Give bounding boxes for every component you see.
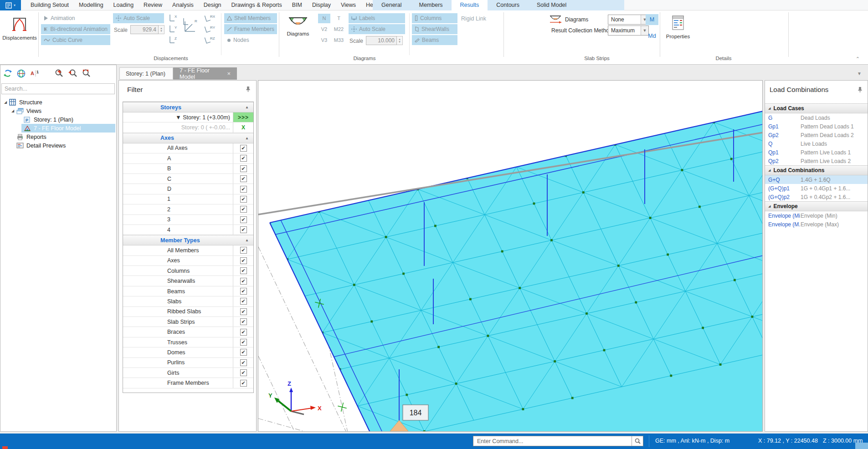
checkbox-slab-strips[interactable]: ✔ bbox=[240, 318, 247, 325]
checkbox-beams[interactable]: ✔ bbox=[240, 288, 247, 295]
search-input[interactable] bbox=[1, 83, 115, 94]
frame-members-button[interactable]: Frame Members bbox=[224, 24, 277, 34]
contextual-tab-solid-model[interactable]: Solid Model bbox=[528, 0, 575, 10]
zoom-window-icon[interactable] bbox=[54, 68, 64, 79]
diagram-toggle-t[interactable]: T bbox=[333, 14, 345, 23]
collapse-section-icon[interactable]: ▲ bbox=[245, 136, 249, 140]
axis-button-x[interactable]: X bbox=[168, 13, 180, 24]
contextual-tab-results[interactable]: Results bbox=[452, 0, 488, 10]
filter-row-c[interactable]: C✔ bbox=[123, 174, 253, 184]
menu-tab-modelling[interactable]: Modelling bbox=[74, 0, 108, 10]
collapse-section-icon[interactable]: ▲ bbox=[245, 105, 249, 109]
filter-row-1[interactable]: 1✔ bbox=[123, 194, 253, 204]
command-input[interactable] bbox=[473, 436, 631, 446]
storey-action[interactable]: X bbox=[233, 122, 253, 132]
section-envelope[interactable]: ◢Envelope bbox=[765, 201, 868, 211]
axis-button-ry[interactable]: RY bbox=[203, 24, 215, 35]
filter-row-b[interactable]: B✔ bbox=[123, 164, 253, 174]
load-row-envelope-m-[interactable]: Envelope (M...Envelope (Max) bbox=[765, 220, 868, 229]
axis-button-y[interactable]: Y bbox=[168, 24, 180, 35]
checkbox-c[interactable]: ✔ bbox=[240, 175, 247, 182]
checkbox-braces[interactable]: ✔ bbox=[240, 329, 247, 336]
menu-tab-building-setout[interactable]: Building Setout bbox=[26, 0, 74, 10]
checkbox-a[interactable]: ✔ bbox=[240, 155, 247, 162]
tree-item-views[interactable]: ◢Views bbox=[0, 107, 116, 115]
rigid-link-button[interactable]: Rigid Link bbox=[461, 15, 486, 22]
filter-section-storeys[interactable]: Storeys▲ bbox=[123, 102, 253, 112]
menu-tab-display[interactable]: Display bbox=[307, 0, 336, 10]
checkbox-trusses[interactable]: ✔ bbox=[240, 339, 247, 346]
menu-tab-bim[interactable]: BIM bbox=[287, 0, 307, 10]
menu-tab-review[interactable]: Review bbox=[139, 0, 167, 10]
close-tab-icon[interactable]: × bbox=[227, 70, 231, 77]
filter-row-a[interactable]: A✔ bbox=[123, 153, 253, 163]
filter-row-beams[interactable]: Beams✔ bbox=[123, 286, 253, 296]
checkbox-2[interactable]: ✔ bbox=[240, 206, 247, 213]
diagram-shearwalls-button[interactable]: ShearWalls bbox=[412, 24, 457, 34]
menu-tab-views[interactable]: Views bbox=[336, 0, 361, 10]
zoom-previous-icon[interactable] bbox=[67, 68, 78, 79]
contextual-tab-general[interactable]: General bbox=[373, 0, 410, 10]
displacements-scale-spinner[interactable]: ▲▼ bbox=[159, 25, 164, 34]
load-row-q[interactable]: QLive Loads bbox=[765, 139, 868, 148]
tree-expander-icon[interactable]: ◢ bbox=[3, 100, 8, 104]
section-load-cases[interactable]: ◢Load Cases bbox=[765, 103, 868, 113]
checkbox-4[interactable]: ✔ bbox=[240, 226, 247, 233]
tree-expander-icon[interactable]: ◢ bbox=[10, 109, 15, 113]
labels-button[interactable]: Labels bbox=[349, 13, 405, 23]
shell-members-button[interactable]: Shell Members bbox=[224, 13, 277, 23]
cubic-curve-button[interactable]: Cubic Curve bbox=[41, 35, 110, 45]
checkbox-slabs[interactable]: ✔ bbox=[240, 298, 247, 305]
contextual-tab-contours[interactable]: Contours bbox=[488, 0, 528, 10]
refresh-icon[interactable] bbox=[2, 68, 13, 79]
filter-section-axes[interactable]: Axes▲ bbox=[123, 133, 253, 143]
filter-section-member-types[interactable]: Member Types▲ bbox=[123, 235, 253, 245]
axis-button-r[interactable]: R bbox=[181, 17, 200, 35]
filter-row-columns[interactable]: Columns✔ bbox=[123, 266, 253, 276]
displacements-scale-input[interactable] bbox=[130, 25, 159, 34]
checkbox-frame-members[interactable]: ✔ bbox=[240, 380, 247, 387]
m-toggle-button[interactable]: M bbox=[646, 14, 658, 25]
diagram-toggle-v3[interactable]: V3 bbox=[318, 36, 330, 45]
panel-dropdown-icon[interactable]: ▼ bbox=[857, 71, 862, 76]
filter-row-braces[interactable]: Braces✔ bbox=[123, 327, 253, 337]
filter-row-d[interactable]: D✔ bbox=[123, 184, 253, 194]
diagrams-auto-scale-button[interactable]: Auto Scale bbox=[349, 24, 405, 34]
filter-row-frame-members[interactable]: Frame Members✔ bbox=[123, 378, 253, 388]
checkbox-d[interactable]: ✔ bbox=[240, 186, 247, 193]
checkbox-b[interactable]: ✔ bbox=[240, 165, 247, 172]
diagram-columns-button[interactable]: Columns bbox=[412, 13, 457, 23]
displacements-auto-scale-button[interactable]: Auto Scale bbox=[113, 13, 164, 23]
diagram-toggle-n[interactable]: N bbox=[318, 14, 330, 23]
collapse-section-icon[interactable]: ▲ bbox=[245, 238, 249, 242]
diagram-toggle-m33[interactable]: M33 bbox=[333, 36, 345, 45]
zoom-extents-icon[interactable] bbox=[81, 68, 92, 79]
checkbox-1[interactable]: ✔ bbox=[240, 196, 247, 203]
menu-tab-design[interactable]: Design bbox=[199, 0, 226, 10]
filter-row-slabs[interactable]: Slabs✔ bbox=[123, 296, 253, 306]
checkbox-all-axes[interactable]: ✔ bbox=[240, 145, 247, 152]
collapse-ribbon-icon[interactable]: ⌃ bbox=[856, 56, 860, 62]
load-row-g-q[interactable]: G+Q1.4G + 1.6Q bbox=[765, 175, 868, 184]
renumber-icon[interactable]: A 1 bbox=[30, 68, 40, 79]
filter-row-trusses[interactable]: Trusses✔ bbox=[123, 337, 253, 347]
diagram-toggle-m22[interactable]: M22 bbox=[333, 25, 345, 34]
load-row--g-q-p2[interactable]: (G+Q)p21G + 0.4Gp2 + 1.6... bbox=[765, 193, 868, 201]
filter-row-all-members[interactable]: All Members✔ bbox=[123, 245, 253, 255]
axis-button-rz[interactable]: RZ bbox=[203, 35, 215, 46]
filter-storey-row[interactable]: ▼ Storey: 1 (+3.00m)>>> bbox=[123, 112, 253, 122]
tab-storey-1-plan[interactable]: Storey: 1 (Plan) bbox=[119, 67, 173, 80]
axis-button-rx[interactable]: RX bbox=[203, 13, 215, 24]
diagram-toggle-v2[interactable]: V2 bbox=[318, 25, 330, 34]
storey-action[interactable]: >>> bbox=[233, 112, 253, 122]
menu-tab-analysis[interactable]: Analysis bbox=[167, 0, 199, 10]
bidirectional-animation-button[interactable]: Bi-directional Animation bbox=[41, 24, 110, 34]
load-row-qp2[interactable]: Qp2Pattern Live Loads 2 bbox=[765, 157, 868, 165]
animation-button[interactable]: Animation bbox=[41, 13, 110, 23]
filter-row-girts[interactable]: Girts✔ bbox=[123, 368, 253, 378]
pin-icon[interactable] bbox=[858, 87, 863, 93]
filter-row-axes[interactable]: Axes✔ bbox=[123, 256, 253, 266]
md-toggle-button[interactable]: Md bbox=[646, 31, 658, 41]
tab-fe-floor-model[interactable]: 7 - FE Floor Model × bbox=[173, 67, 237, 80]
contextual-tab-members[interactable]: Members bbox=[410, 0, 451, 10]
